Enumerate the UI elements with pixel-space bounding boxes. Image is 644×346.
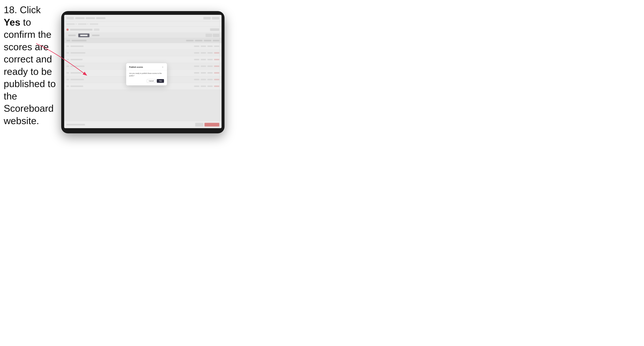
publish-scores-dialog: Publish scores × Are you ready to publis… (126, 63, 167, 85)
dialog-message: Are you ready to publish these scores to… (129, 72, 164, 77)
text-before-bold: Click (17, 4, 41, 15)
cancel-button[interactable]: Cancel (147, 79, 156, 83)
dialog-header: Publish scores × (126, 63, 167, 70)
dialog-title: Publish scores (129, 66, 143, 68)
text-after-bold: to confirm the scores are correct and re… (4, 17, 56, 126)
tablet-screen: Publish scores × Are you ready to publis… (64, 15, 222, 128)
bold-yes: Yes (4, 17, 20, 28)
dialog-actions: Cancel Yes (129, 79, 164, 83)
instruction-text: 18. Click Yes to confirm the scores are … (4, 4, 58, 127)
yes-button[interactable]: Yes (157, 79, 164, 83)
modal-overlay: Publish scores × Are you ready to publis… (64, 15, 222, 128)
dialog-close-button[interactable]: × (162, 66, 164, 68)
dialog-body: Are you ready to publish these scores to… (126, 70, 167, 85)
tablet-device: Publish scores × Are you ready to publis… (61, 11, 224, 133)
step-number: 18. (4, 4, 17, 15)
